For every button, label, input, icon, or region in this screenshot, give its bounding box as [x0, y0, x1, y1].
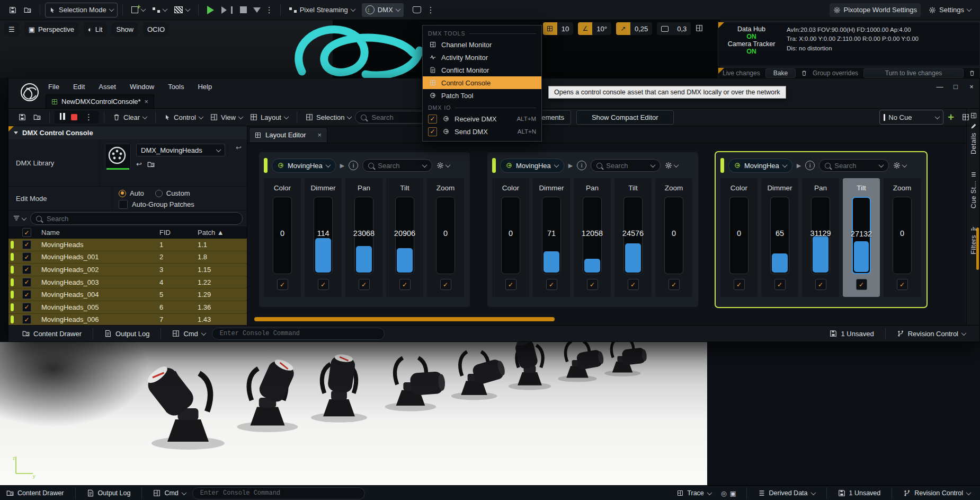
- expand-arrow-icon[interactable]: ▶: [797, 162, 801, 169]
- menu-item-send-dmx[interactable]: ✓Send DMXALT+N: [423, 125, 541, 138]
- fixture-checkbox[interactable]: ✓: [22, 315, 31, 324]
- menu-file[interactable]: File: [41, 83, 66, 91]
- rotation-snap-toggle[interactable]: ∠10°: [578, 22, 611, 35]
- asset-tab[interactable]: NewDMXControlConsole* ×: [46, 94, 154, 108]
- fixture-checkbox[interactable]: ✓: [22, 303, 31, 312]
- content-browser-button[interactable]: [20, 3, 35, 17]
- menu-item-control-console[interactable]: Control Console: [423, 76, 541, 89]
- derived-data-dropdown[interactable]: Derived Data: [752, 486, 822, 500]
- menu-item-activity-monitor[interactable]: Activity Monitor: [423, 51, 541, 64]
- browse-to-asset-icon[interactable]: [147, 161, 155, 168]
- dock-icon[interactable]: [970, 112, 977, 119]
- fader-track[interactable]: 20906: [395, 197, 414, 274]
- fader-track[interactable]: 65: [770, 197, 789, 274]
- fader-dimmer[interactable]: Dimmer71✓: [533, 178, 570, 297]
- control-dropdown[interactable]: Control: [161, 110, 207, 124]
- auto-radio[interactable]: [119, 190, 126, 197]
- revision-control-dropdown[interactable]: Revision Control: [890, 326, 972, 341]
- expand-arrow-icon[interactable]: ▶: [568, 162, 573, 169]
- group-settings-dropdown[interactable]: [665, 162, 678, 169]
- menu-item-patch-tool[interactable]: Patch Tool: [423, 89, 541, 102]
- console-command-input[interactable]: [192, 487, 365, 499]
- fader-tilt[interactable]: Tilt24576✓: [614, 178, 652, 297]
- output-log-button[interactable]: Output Log: [81, 486, 137, 500]
- revision-control-dropdown[interactable]: Revision Control: [897, 486, 977, 500]
- fader-enable-checkbox[interactable]: ✓: [774, 279, 786, 290]
- fader-track[interactable]: 0: [436, 197, 455, 274]
- fader-track[interactable]: 0: [893, 197, 912, 274]
- ocio-dropdown[interactable]: OCIO: [143, 23, 169, 36]
- fixture-search-input[interactable]: [30, 212, 243, 225]
- info-icon[interactable]: i: [577, 161, 586, 170]
- fader-enable-checkbox[interactable]: ✓: [318, 279, 329, 290]
- viewport-menu-button[interactable]: ☰: [4, 23, 19, 36]
- trash-icon[interactable]: [801, 70, 807, 76]
- grid-snap-toggle[interactable]: 10: [543, 22, 573, 35]
- show-compact-editor-button[interactable]: Show Compact Editor: [576, 110, 674, 125]
- auto-group-patches-checkbox[interactable]: [119, 200, 128, 209]
- group-search-input[interactable]: Search: [819, 159, 889, 172]
- fixture-row[interactable]: ✓MovingHeads_00451.29: [8, 288, 247, 301]
- info-icon[interactable]: i: [805, 161, 815, 170]
- fader-track[interactable]: 0: [273, 197, 292, 274]
- turn-to-live-changes-button[interactable]: Turn to live changes: [863, 68, 964, 78]
- group-fixture-dropdown[interactable]: MovingHea: [728, 159, 792, 173]
- fader-enable-checkbox[interactable]: ✓: [440, 279, 451, 290]
- clear-dropdown[interactable]: Clear: [109, 110, 150, 124]
- dmx-library-dropdown[interactable]: DMX_MovingHeads: [136, 144, 225, 156]
- fader-enable-checkbox[interactable]: ✓: [277, 279, 288, 290]
- toolbar-kebab[interactable]: ⋮: [425, 3, 437, 17]
- menu-item-channel-monitor[interactable]: Channel Monitor: [423, 38, 541, 51]
- save-button[interactable]: [5, 3, 20, 17]
- selection-dropdown[interactable]: Selection: [302, 110, 355, 124]
- pause-button[interactable]: [59, 113, 66, 121]
- fixture-checkbox[interactable]: ✓: [22, 265, 31, 274]
- select-all-checkbox[interactable]: ✓: [22, 228, 31, 237]
- cue-selector-dropdown[interactable]: No Cue: [879, 110, 943, 125]
- scale-snap-toggle[interactable]: ↗0,25: [616, 22, 652, 35]
- dmx-dropdown[interactable]: ↕ DMX: [362, 3, 404, 17]
- fader-track[interactable]: 71: [542, 197, 561, 274]
- output-log-button[interactable]: Output Log: [98, 326, 156, 341]
- maximize-viewport-icon[interactable]: [696, 24, 703, 33]
- fader-enable-checkbox[interactable]: ✓: [734, 279, 745, 290]
- fader-enable-checkbox[interactable]: ✓: [399, 279, 411, 290]
- window-minimize-button[interactable]: —: [932, 80, 948, 93]
- info-icon[interactable]: i: [349, 161, 358, 170]
- custom-radio[interactable]: [155, 190, 163, 197]
- view-dropdown[interactable]: View: [207, 110, 246, 124]
- dmx-library-thumbnail[interactable]: [105, 144, 131, 170]
- platforms-button[interactable]: [409, 3, 425, 17]
- camera-speed-button[interactable]: 0,3: [657, 22, 691, 35]
- fader-pan[interactable]: Pan12058✓: [574, 178, 611, 297]
- tab-details[interactable]: Details: [970, 133, 977, 154]
- fader-color[interactable]: Color0✓: [264, 178, 301, 297]
- pixotope-world-settings-button[interactable]: Pixotope World Settings: [830, 3, 921, 17]
- fixture-row[interactable]: ✓MovingHeads_00231.15: [8, 264, 247, 276]
- skip-button[interactable]: [218, 3, 236, 17]
- layout-dropdown[interactable]: Layout: [246, 110, 292, 124]
- fixture-row[interactable]: ✓MovingHeads_00561.36: [8, 301, 247, 314]
- window-maximize-button[interactable]: □: [948, 80, 964, 93]
- settings-dropdown[interactable]: Settings: [925, 3, 975, 17]
- quick-add-dropdown[interactable]: +: [128, 3, 149, 17]
- expand-arrow-icon[interactable]: ▶: [340, 162, 344, 169]
- fixture-row[interactable]: ✓MovingHeads_00121.8: [8, 251, 247, 264]
- trace-dropdown[interactable]: Trace: [671, 486, 718, 500]
- tab-cue-stack[interactable]: Cue St...: [970, 181, 977, 208]
- fixture-checkbox[interactable]: ✓: [22, 252, 31, 261]
- content-drawer-button[interactable]: Content Drawer: [0, 486, 70, 500]
- menu-window[interactable]: Window: [123, 83, 161, 91]
- group-search-input[interactable]: Search: [362, 159, 432, 172]
- fader-color[interactable]: Color0✓: [492, 178, 529, 297]
- save-button[interactable]: [15, 110, 30, 124]
- viewport-scene[interactable]: z y: [0, 342, 707, 485]
- fader-track[interactable]: 0: [501, 197, 520, 274]
- fader-enable-checkbox[interactable]: ✓: [856, 279, 867, 290]
- fader-enable-checkbox[interactable]: ✓: [628, 279, 639, 290]
- fixture-row[interactable]: ✓MovingHeads_00341.22: [8, 276, 247, 289]
- fader-enable-checkbox[interactable]: ✓: [897, 279, 908, 290]
- left-panel-header[interactable]: DMX Control Console: [8, 126, 247, 139]
- fader-track[interactable]: 114: [314, 197, 333, 274]
- selection-mode-dropdown[interactable]: Selection Mode: [45, 3, 118, 17]
